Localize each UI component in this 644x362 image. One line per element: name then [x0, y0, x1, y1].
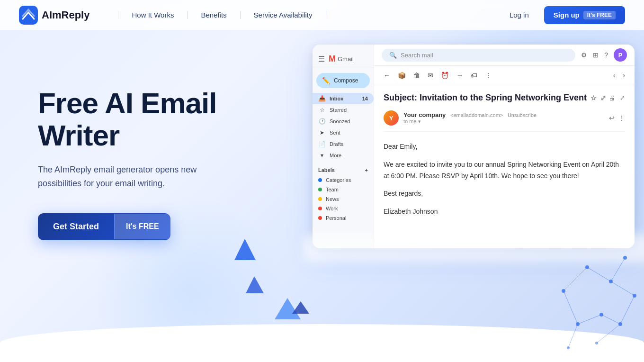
svg-marker-4: [292, 301, 309, 314]
hero-section: Free AI Email Writer The AImReply email …: [0, 30, 644, 362]
star-subject-icon[interactable]: ☆: [590, 94, 597, 102]
gmail-sidebar: ☰ M Gmail ✏️ Compose 📥 Inbox 14: [313, 45, 374, 248]
label-work[interactable]: Work: [313, 204, 374, 213]
gmail-more-item[interactable]: ▾ More: [313, 150, 374, 161]
email-body-text: Dear Emily, We are excited to invite you…: [384, 141, 625, 217]
delete-icon[interactable]: 🗑: [411, 70, 422, 81]
signup-button[interactable]: Sign up It's FREE: [544, 6, 625, 24]
prev-email-icon[interactable]: ‹: [611, 70, 617, 81]
email-action-icons: 🖨 ⤢: [609, 94, 625, 101]
gmail-main-area: 🔍 Search mail ⚙ ⊞ ? P ← 📦 🗑 ✉: [374, 45, 635, 248]
logo-text: AImReply: [42, 9, 89, 21]
add-label-icon[interactable]: +: [365, 167, 368, 173]
drafts-label: Drafts: [330, 141, 343, 147]
geo-shape-4: [291, 300, 310, 315]
nav-service-availability[interactable]: Service Availability: [240, 11, 326, 19]
svg-line-21: [578, 315, 601, 324]
email-nav-icons: ↩ ⋮: [609, 114, 625, 122]
gmail-drafts-item[interactable]: 📄 Drafts: [313, 138, 374, 150]
toolbar-icons: ⚙ ⊞ ? P: [581, 48, 627, 62]
label-categories[interactable]: Categories: [313, 175, 374, 185]
search-placeholder-text: Search mail: [401, 52, 433, 59]
timer-icon[interactable]: ⏰: [439, 70, 451, 81]
reply-icon[interactable]: ↩: [609, 114, 615, 122]
expand-subject-icon[interactable]: ⤢: [600, 94, 606, 102]
email-subject-title: Subject: Invitation to the Spring Networ…: [384, 93, 606, 103]
gmail-starred-item[interactable]: ☆ Starred: [313, 104, 374, 116]
label-dot-team: [318, 188, 322, 191]
question-icon[interactable]: ?: [604, 51, 608, 59]
sender-info: Your company <emailaddomain.com> Unsubsc…: [403, 111, 604, 125]
archive-icon[interactable]: 📦: [396, 70, 408, 81]
open-icon[interactable]: ⤢: [620, 94, 625, 101]
label-team[interactable]: Team: [313, 185, 374, 194]
starred-label: Starred: [330, 107, 347, 113]
svg-line-17: [587, 267, 611, 281]
svg-line-18: [611, 258, 625, 281]
label-news-text: News: [326, 196, 339, 202]
menu-icon[interactable]: ☰: [318, 54, 325, 63]
move-icon[interactable]: →: [455, 70, 465, 81]
compose-button[interactable]: ✏️ Compose: [316, 73, 370, 88]
email-signoff: Best regards,: [384, 188, 625, 199]
dots-icon[interactable]: ⋮: [483, 70, 493, 81]
inbox-badge: 14: [362, 96, 368, 101]
login-button[interactable]: Log in: [502, 7, 537, 23]
sent-icon: ➤: [318, 129, 326, 136]
labels-header: Labels +: [313, 165, 374, 175]
more-options-icon[interactable]: ⋮: [618, 114, 625, 122]
labels-section: Labels + Categories Team News: [313, 165, 374, 223]
starred-icon: ☆: [318, 107, 326, 113]
compose-label: Compose: [334, 77, 358, 84]
gmail-search[interactable]: 🔍 Search mail: [382, 49, 575, 62]
subject-text: Subject: Invitation to the Spring Networ…: [384, 93, 587, 103]
back-icon[interactable]: ←: [382, 70, 392, 81]
print-icon[interactable]: 🖨: [609, 94, 615, 101]
get-started-button[interactable]: Get Started It's FREE: [38, 213, 170, 240]
svg-line-25: [597, 324, 620, 343]
nav-how-it-works[interactable]: How It Works: [118, 11, 187, 19]
gmail-toolbar: 🔍 Search mail ⚙ ⊞ ? P: [374, 45, 635, 66]
email-subject-bar: Subject: Invitation to the Spring Networ…: [384, 93, 625, 103]
ai-hand-decoration: [540, 220, 644, 362]
label-categories-text: Categories: [326, 177, 351, 183]
email-greeting: Dear Emily,: [384, 141, 625, 153]
svg-line-23: [620, 296, 635, 324]
gmail-mockup: ☰ M Gmail ✏️ Compose 📥 Inbox 14: [313, 45, 635, 248]
cta-main-label: Get Started: [38, 213, 114, 240]
cta-badge-label: It's FREE: [114, 214, 170, 239]
gmail-snoozed-item[interactable]: 🕐 Snoozed: [313, 116, 374, 127]
email-signature: Elizabeth Johnson: [384, 206, 625, 217]
sender-avatar: Y: [384, 110, 399, 126]
svg-line-22: [564, 291, 578, 324]
sender-to: to me ▾: [403, 118, 604, 125]
snoozed-icon: 🕐: [318, 118, 326, 125]
email-top-actions: ← 📦 🗑 ✉ ⏰ → 🏷 ⋮ ‹ ›: [374, 66, 635, 85]
gmail-inbox-item[interactable]: 📥 Inbox 14: [313, 93, 374, 104]
logo[interactable]: AImReply: [19, 6, 89, 25]
gmail-m-letter: M: [329, 54, 336, 64]
grid-icon[interactable]: ⊞: [593, 51, 599, 59]
hero-subtitle: The AImReply email generator opens new p…: [38, 163, 227, 190]
label-personal[interactable]: Personal: [313, 213, 374, 223]
svg-line-19: [611, 281, 635, 296]
sent-label: Sent: [330, 130, 340, 136]
nav-benefits[interactable]: Benefits: [187, 11, 240, 19]
user-avatar[interactable]: P: [614, 48, 627, 62]
settings-icon[interactable]: ⚙: [581, 51, 587, 59]
sender-email-text: <emailaddomain.com>: [450, 112, 503, 118]
mail-icon[interactable]: ✉: [426, 70, 435, 81]
gmail-sent-item[interactable]: ➤ Sent: [313, 127, 374, 138]
label-personal-text: Personal: [326, 215, 346, 221]
label-dot-personal: [318, 216, 322, 220]
navbar: AImReply How It Works Benefits Service A…: [0, 0, 644, 30]
next-email-icon[interactable]: ›: [621, 70, 627, 81]
nav-arrows: ‹ ›: [611, 70, 627, 81]
label-team-text: Team: [326, 187, 339, 192]
label-icon[interactable]: 🏷: [469, 70, 479, 81]
logo-icon: [19, 6, 38, 25]
unsubscribe-link[interactable]: Unsubscribe: [508, 112, 537, 118]
label-dot-categories: [318, 178, 322, 182]
hero-title: Free AI Email Writer: [38, 87, 265, 152]
label-news[interactable]: News: [313, 194, 374, 204]
